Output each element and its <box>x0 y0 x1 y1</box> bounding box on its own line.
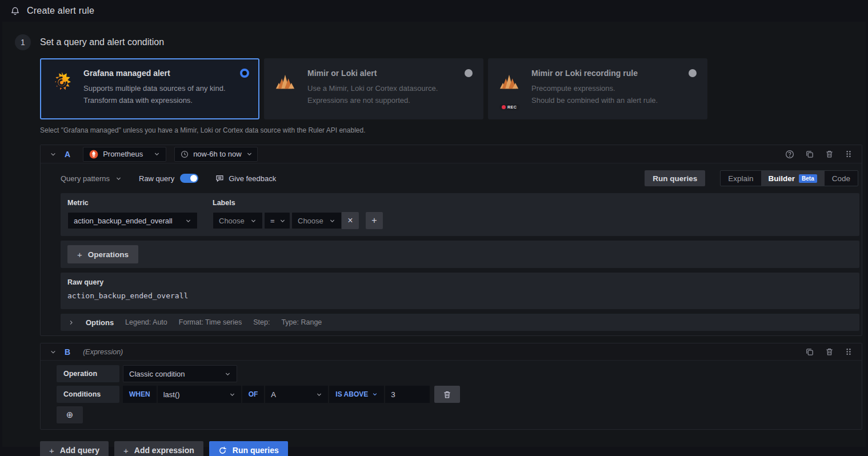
chevron-down-icon[interactable] <box>50 151 57 158</box>
radio-selected-icon[interactable] <box>240 69 249 78</box>
add-expression-button[interactable]: + Add expression <box>114 441 203 456</box>
mode-builder[interactable]: Builder Beta <box>761 171 825 186</box>
add-query-button[interactable]: + Add query <box>40 441 109 456</box>
raw-query-toggle[interactable] <box>180 174 198 183</box>
add-operation-button[interactable]: + Operations <box>67 245 138 263</box>
rule-type-card-grafana-managed[interactable]: Grafana managed alert Supports multiple … <box>40 58 259 119</box>
give-feedback-link[interactable]: Give feedback <box>215 174 276 183</box>
grafana-logo-icon <box>50 69 74 109</box>
options-format: Format: Time series <box>179 318 242 326</box>
chevron-down-icon[interactable] <box>50 349 57 355</box>
step-title: Set a query and alert condition <box>40 37 164 47</box>
comparator-select[interactable]: IS ABOVE <box>329 386 384 403</box>
page-title: Create alert rule <box>27 6 94 16</box>
query-options-section: Options Legend: Auto Format: Time series… <box>61 314 859 331</box>
bell-icon <box>10 6 20 16</box>
radio-unselected-icon[interactable] <box>465 69 473 77</box>
remove-label-button[interactable]: × <box>342 212 359 229</box>
options-toggle-label[interactable]: Options <box>86 318 114 327</box>
label-operator-select[interactable]: = <box>264 212 290 229</box>
label-key-select[interactable]: Choose <box>213 212 263 229</box>
drag-handle-icon[interactable] <box>845 347 853 356</box>
delete-condition-button[interactable] <box>434 386 460 403</box>
expression-b-header: B (Expression) <box>41 343 862 361</box>
expression-kind-label: (Expression) <box>83 348 123 356</box>
duplicate-icon[interactable] <box>805 347 814 357</box>
reducer-function-select[interactable]: last() <box>158 386 241 403</box>
when-label: WHEN <box>123 386 157 403</box>
time-range-picker[interactable]: now-6h to now <box>174 147 258 162</box>
step-header: 1 Set a query and alert condition <box>15 34 862 50</box>
raw-query-section: Raw query action_backup_ended_overall <box>61 273 859 309</box>
run-queries-button[interactable]: Run queries <box>209 441 288 456</box>
operation-label: Operation <box>57 365 119 382</box>
prometheus-icon <box>89 150 98 159</box>
editor-mode-switch: Explain Builder Beta Code <box>720 170 858 186</box>
expression-ref-id: B <box>65 347 70 357</box>
card-description-line: Transform data with expressions. <box>83 94 249 106</box>
rule-type-card-mimir-loki-recording[interactable]: REC Mimir or Loki recording rule Precomp… <box>488 58 707 119</box>
chevron-down-icon <box>115 175 122 182</box>
chevron-down-icon <box>372 391 378 397</box>
card-description-line: Supports multiple data sources of any ki… <box>83 82 249 94</box>
chevron-down-icon <box>279 218 286 224</box>
chevron-down-icon <box>229 391 235 398</box>
step-number-badge: 1 <box>15 34 31 50</box>
time-range-value: now-6h to now <box>193 150 242 158</box>
rule-type-picker: Grafana managed alert Supports multiple … <box>40 58 862 119</box>
rule-type-helper-text: Select "Grafana managed" unless you have… <box>40 126 862 134</box>
card-description-line: Precompute expressions. <box>531 82 697 94</box>
mode-code[interactable]: Code <box>825 171 858 186</box>
card-description-line: Should be combined with an alert rule. <box>531 94 697 106</box>
chevron-down-icon <box>329 218 335 224</box>
rule-type-card-mimir-loki-alert[interactable]: Mimir or Loki alert Use a Mimir, Loki or… <box>264 58 483 119</box>
card-title: Mimir or Loki recording rule <box>531 69 638 78</box>
run-queries-button-toolbar[interactable]: Run queries <box>645 170 705 186</box>
raw-query-label: Raw query <box>139 174 174 183</box>
operation-select[interactable]: Classic condition <box>123 365 237 382</box>
add-condition-button[interactable]: ⊕ <box>57 406 83 423</box>
radio-unselected-icon[interactable] <box>689 69 697 77</box>
mimir-logo-icon <box>274 69 298 109</box>
of-label: OF <box>242 386 265 403</box>
options-type: Type: Range <box>281 318 322 326</box>
duplicate-icon[interactable] <box>805 150 814 159</box>
datasource-name: Prometheus <box>103 150 143 158</box>
raw-query-section-label: Raw query <box>67 278 853 286</box>
chevron-down-icon <box>154 151 160 157</box>
metric-field: Metric action_backup_ended_overall <box>67 199 198 229</box>
mode-explain[interactable]: Explain <box>721 171 761 186</box>
expression-panel-b: B (Expression) <box>40 343 862 430</box>
datasource-picker[interactable]: Prometheus <box>83 147 166 162</box>
metric-select[interactable]: action_backup_ended_overall <box>67 212 198 229</box>
options-legend: Legend: Auto <box>125 318 167 326</box>
conditions-row: Conditions WHEN last() OF A <box>57 386 859 403</box>
mimir-recording-logo-icon: REC <box>498 69 522 109</box>
alert-rule-form: 1 Set a query and alert condition <box>2 22 866 447</box>
trash-icon[interactable] <box>825 347 834 356</box>
chevron-down-icon <box>185 218 191 224</box>
chevron-down-icon <box>246 151 253 157</box>
labels-field: Labels Choose = <box>213 199 383 229</box>
query-editor-toolbar: Query patterns Raw query <box>61 170 859 186</box>
chevron-right-icon[interactable] <box>68 319 74 326</box>
beta-badge: Beta <box>799 174 817 183</box>
chevron-down-icon <box>316 391 322 398</box>
card-description-line: Use a Mimir, Loki or Cortex datasource. <box>307 82 473 94</box>
conditions-label: Conditions <box>57 386 119 403</box>
clock-icon <box>181 150 189 158</box>
query-footer-actions: + Add query + Add expression Run queries <box>40 441 862 456</box>
plus-icon: + <box>123 446 129 455</box>
trash-icon[interactable] <box>825 150 834 158</box>
query-ref-select[interactable]: A <box>265 386 328 403</box>
label-value-select[interactable]: Choose <box>291 212 342 229</box>
comment-icon <box>215 174 224 183</box>
query-patterns-dropdown[interactable]: Query patterns <box>61 174 122 183</box>
query-ref-id: A <box>65 150 70 159</box>
threshold-input[interactable] <box>385 386 430 403</box>
add-label-button[interactable]: + <box>366 212 383 229</box>
labels-label: Labels <box>213 199 383 207</box>
drag-handle-icon[interactable] <box>845 150 853 158</box>
rec-badge: REC <box>499 104 520 110</box>
help-icon[interactable] <box>785 150 794 159</box>
